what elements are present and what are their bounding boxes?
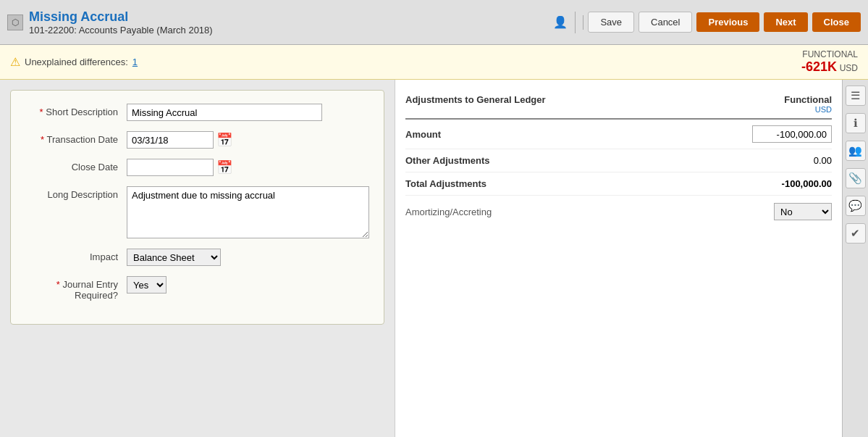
long-description-row: Long Description Adjustment due to missi… bbox=[25, 186, 369, 238]
adj-other-label: Other Adjustments bbox=[405, 155, 490, 166]
adj-title: Adjustments to General Ledger bbox=[405, 94, 546, 114]
adj-other-value: 0.00 bbox=[814, 155, 832, 166]
transaction-date-row: * Transaction Date 📅 bbox=[25, 131, 369, 149]
short-description-label: * Short Description bbox=[25, 104, 127, 117]
form-card: * Short Description * Transaction Date 📅 bbox=[10, 90, 384, 325]
transaction-date-calendar-icon[interactable]: 📅 bbox=[216, 132, 232, 148]
next-button[interactable]: Next bbox=[764, 12, 807, 32]
expand-icon[interactable]: ⬡ bbox=[7, 14, 23, 30]
user-icon: 👤 bbox=[553, 15, 568, 29]
short-description-input[interactable] bbox=[127, 104, 322, 121]
sidebar-info-button[interactable]: ℹ bbox=[846, 113, 866, 133]
journal-entry-select[interactable]: Yes No bbox=[127, 276, 167, 294]
adj-header: Adjustments to General Ledger Functional… bbox=[405, 90, 832, 120]
close-date-input[interactable] bbox=[127, 159, 214, 176]
save-button[interactable]: Save bbox=[588, 12, 634, 33]
close-date-wrapper: 📅 bbox=[127, 159, 232, 176]
adj-total-row: Total Adjustments -100,000.00 bbox=[405, 172, 832, 196]
adj-amount-input[interactable] bbox=[752, 125, 832, 143]
close-date-calendar-icon[interactable]: 📅 bbox=[216, 159, 232, 175]
previous-button[interactable]: Previous bbox=[696, 12, 759, 32]
long-description-label: Long Description bbox=[25, 186, 127, 200]
adj-currency-label: USD bbox=[815, 105, 832, 114]
transaction-date-wrapper: 📅 bbox=[127, 131, 232, 149]
functional-label: FUNCTIONAL bbox=[801, 49, 858, 59]
short-description-row: * Short Description bbox=[25, 104, 369, 121]
cancel-button[interactable]: Cancel bbox=[639, 12, 692, 33]
amortizing-label: Amortizing/Accreting bbox=[405, 207, 492, 217]
content-area: * Short Description * Transaction Date 📅 bbox=[0, 80, 868, 437]
amortizing-row: Amortizing/Accreting No Yes bbox=[405, 196, 832, 228]
impact-label: Impact bbox=[25, 249, 127, 262]
page-subtitle: 101-22200: Accounts Payable (March 2018) bbox=[29, 25, 213, 36]
header: ⬡ Missing Accrual 101-22200: Accounts Pa… bbox=[0, 0, 868, 45]
warning-bar: ⚠ Unexplained differences: 1 FUNCTIONAL … bbox=[0, 45, 868, 80]
warning-text: Unexplained differences: bbox=[25, 57, 128, 67]
adjustments-table: Adjustments to General Ledger Functional… bbox=[405, 90, 832, 228]
functional-currency: USD bbox=[840, 63, 858, 73]
adj-amount-row: Amount bbox=[405, 120, 832, 149]
functional-block: FUNCTIONAL -621K USD bbox=[801, 49, 858, 75]
impact-wrapper: Balance Sheet Income Statement Other bbox=[127, 249, 221, 266]
divider2 bbox=[583, 15, 583, 30]
adj-total-value: -100,000.00 bbox=[782, 178, 832, 189]
long-description-input[interactable]: Adjustment due to missing accrual bbox=[127, 186, 369, 238]
transaction-date-input[interactable] bbox=[127, 131, 214, 149]
close-date-row: Close Date 📅 bbox=[25, 159, 369, 176]
adj-total-label: Total Adjustments bbox=[405, 178, 486, 189]
close-button[interactable]: Close bbox=[812, 12, 861, 32]
journal-entry-label: * Journal Entry Required? bbox=[25, 276, 127, 301]
adj-header-right: Functional USD bbox=[784, 94, 832, 114]
sidebar-list-button[interactable]: ☰ bbox=[846, 86, 866, 106]
functional-value: -621K bbox=[801, 59, 837, 74]
sidebar-attach-button[interactable]: 📎 bbox=[846, 168, 866, 188]
adj-amount-label: Amount bbox=[405, 129, 441, 140]
amortizing-select[interactable]: No Yes bbox=[774, 203, 832, 220]
impact-select[interactable]: Balance Sheet Income Statement Other bbox=[127, 249, 221, 266]
sidebar: ☰ ℹ 👥 📎 💬 ✔ bbox=[842, 80, 868, 437]
page-title: Missing Accrual bbox=[29, 9, 213, 25]
warning-count[interactable]: 1 bbox=[132, 57, 138, 67]
left-panel: * Short Description * Transaction Date 📅 bbox=[0, 80, 395, 437]
impact-row: Impact Balance Sheet Income Statement Ot… bbox=[25, 249, 369, 266]
sidebar-check-button[interactable]: ✔ bbox=[846, 223, 866, 244]
sidebar-users-button[interactable]: 👥 bbox=[846, 141, 866, 161]
journal-entry-row: * Journal Entry Required? Yes No bbox=[25, 276, 369, 301]
required-star: * bbox=[40, 107, 46, 117]
adj-functional-label: Functional bbox=[784, 94, 832, 105]
transaction-date-label: * Transaction Date bbox=[25, 131, 127, 145]
adj-other-row: Other Adjustments 0.00 bbox=[405, 149, 832, 172]
close-date-label: Close Date bbox=[25, 159, 127, 172]
divider bbox=[575, 12, 576, 33]
sidebar-comment-button[interactable]: 💬 bbox=[846, 196, 866, 216]
right-panel: Adjustments to General Ledger Functional… bbox=[395, 80, 842, 437]
warning-icon: ⚠ bbox=[10, 55, 20, 69]
